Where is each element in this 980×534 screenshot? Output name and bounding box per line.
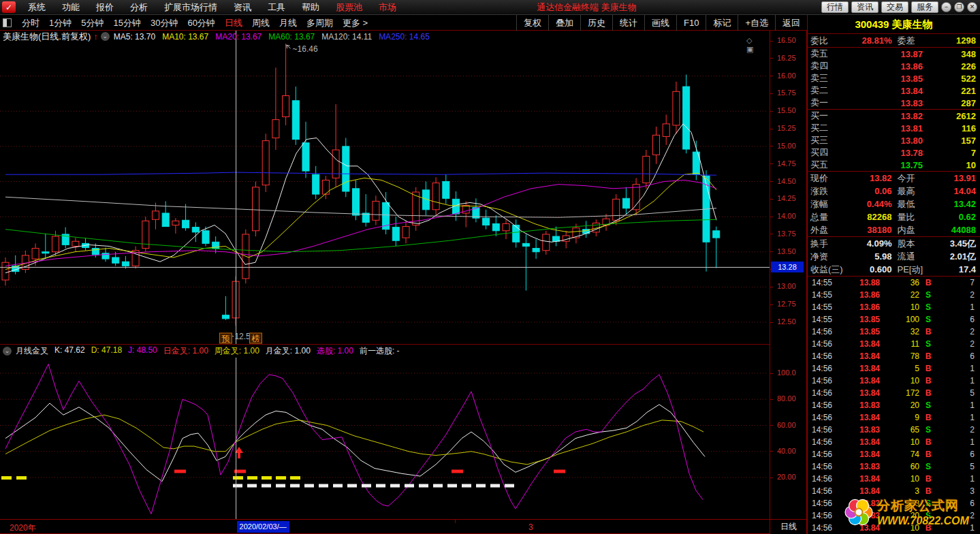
candle-body — [443, 182, 449, 199]
titlebar-button-资讯[interactable]: 资讯 — [851, 1, 879, 13]
period-tab-60分钟[interactable]: 60分钟 — [183, 15, 219, 31]
weekly-cross-dash — [490, 484, 500, 488]
menu-item-分析[interactable]: 分析 — [122, 0, 156, 15]
axis-tick-mark — [770, 163, 773, 164]
toolbar-action-F10[interactable]: F10 — [676, 15, 706, 31]
buy-level-row[interactable]: 买二 13.81 116 — [808, 122, 980, 134]
sell-level-row[interactable]: 卖二 13.84 221 — [808, 84, 980, 97]
toolbar-action-+自选[interactable]: +自选 — [738, 15, 775, 31]
quote-panel: 委比 28.81% 委差 1298卖五 13.87 348卖四 13.86 22… — [808, 34, 980, 277]
tick-direction: B — [919, 450, 937, 459]
period-tab-日线[interactable]: 日线 — [220, 15, 247, 31]
level-label: 买四 — [810, 146, 842, 159]
level-label: 买三 — [810, 134, 842, 146]
tick-time: 14:56 — [812, 388, 842, 398]
period-tab-更多 >[interactable]: 更多 > — [338, 15, 373, 31]
toolbar-action-统计[interactable]: 统计 — [612, 15, 644, 31]
sell-level-row[interactable]: 卖五 13.87 348 — [808, 48, 980, 60]
info-label: 涨幅 — [810, 198, 846, 210]
period-tab-多周期[interactable]: 多周期 — [302, 15, 338, 31]
monthly-cross-dash — [554, 470, 565, 473]
menu-item-功能[interactable]: 功能 — [54, 0, 88, 15]
toolbar-action-叠加[interactable]: 叠加 — [548, 15, 580, 31]
toolbar-action-画线[interactable]: 画线 — [644, 15, 676, 31]
period-tab-15分钟[interactable]: 15分钟 — [108, 15, 145, 31]
collapse-icon[interactable]: ⌄ — [101, 32, 110, 41]
toolbar-action-历史[interactable]: 历史 — [580, 15, 612, 31]
price-axis-label: 12.50 — [777, 317, 807, 326]
tick-count: 5 — [937, 462, 975, 471]
sell-level-row[interactable]: 卖四 13.86 226 — [808, 60, 980, 72]
candlestick-chart[interactable]: ~16.4612.53预榜 — [0, 31, 770, 344]
tick-price: 13.84 — [842, 339, 880, 349]
menu-item-帮助[interactable]: 帮助 — [294, 0, 328, 15]
candle-body — [32, 249, 39, 259]
menu-item-股票池[interactable]: 股票池 — [328, 0, 370, 15]
buy-level-row[interactable]: 买四 13.78 7 — [808, 146, 980, 159]
candle-body — [52, 236, 59, 252]
titlebar: ✓ 系统功能报价分析扩展市场行情资讯工具帮助股票池市场 通达信金融终端 美康生物… — [0, 0, 980, 15]
info-label: 总量 — [810, 211, 846, 223]
level-price: 13.84 — [842, 86, 923, 96]
flower-logo-icon — [843, 494, 874, 530]
candle-body — [533, 249, 539, 252]
restore-icon[interactable]: ❐ — [954, 2, 964, 12]
indicator-value: 月线金叉 — [16, 345, 48, 357]
axis-tick-mark — [770, 199, 773, 200]
stock-label: 美康生物(日线.前复权) — [3, 31, 91, 43]
sell-level-row[interactable]: 卖三 13.85 522 — [808, 72, 980, 84]
price-axis-label: 14.25 — [777, 194, 807, 202]
menu-item-扩展市场行情[interactable]: 扩展市场行情 — [156, 0, 225, 15]
titlebar-button-交易[interactable]: 交易 — [881, 1, 908, 13]
tick-volume: 36 — [880, 278, 919, 287]
period-tab-5分钟[interactable]: 5分钟 — [76, 15, 108, 31]
buy-level-row[interactable]: 买一 13.82 2612 — [808, 110, 980, 122]
buy-level-row[interactable]: 买五 13.75 10 — [808, 159, 980, 171]
pane-control-icons[interactable]: ◇ ▣ — [746, 36, 770, 54]
toolbar-action-标记[interactable]: 标记 — [706, 15, 738, 31]
split-pane-icon[interactable] — [3, 18, 12, 27]
weekly-cross-dash — [247, 484, 257, 488]
tick-time: 14:56 — [812, 339, 842, 349]
period-tab-30分钟[interactable]: 30分钟 — [146, 15, 183, 31]
weekly-cross-dash — [304, 484, 314, 488]
sell-level-row[interactable]: 卖一 13.83 287 — [808, 97, 980, 109]
price-axis-label: 13.75 — [777, 230, 807, 238]
candle-body — [283, 96, 289, 117]
menu-item-资讯[interactable]: 资讯 — [225, 0, 259, 15]
buy-level-row[interactable]: 买三 13.80 157 — [808, 134, 980, 146]
candle-body — [172, 221, 179, 225]
period-tab-月线[interactable]: 月线 — [274, 15, 302, 31]
info-label: 净资 — [810, 251, 846, 263]
info-row: 净资 5.98 流通 2.01亿 — [808, 250, 980, 263]
menu-item-工具[interactable]: 工具 — [259, 0, 294, 15]
ma-line-MA120 — [5, 197, 716, 217]
menu-item-系统[interactable]: 系统 — [20, 0, 54, 15]
minimize-icon[interactable]: − — [941, 2, 951, 12]
period-tab-分时[interactable]: 分时 — [17, 15, 44, 31]
candle-body — [522, 243, 529, 246]
menu-item-市场[interactable]: 市场 — [370, 0, 405, 15]
level-label: 买一 — [810, 110, 842, 122]
close-icon[interactable]: ✕ — [967, 2, 977, 12]
period-tab-周线[interactable]: 周线 — [247, 15, 274, 31]
level-qty: 348 — [923, 49, 976, 59]
price-axis-label: 16.50 — [777, 36, 807, 44]
toolbar-action-返回[interactable]: 返回 — [775, 15, 807, 31]
titlebar-button-行情[interactable]: 行情 — [821, 1, 849, 13]
price-axis-label: 13.50 — [777, 247, 807, 255]
titlebar-button-服务[interactable]: 服务 — [911, 1, 938, 13]
indicator-collapse-icon[interactable]: ⌄ — [3, 347, 12, 356]
level-qty: 157 — [923, 136, 976, 146]
tick-time: 14:55 — [812, 278, 842, 287]
info-value: 0.62 — [930, 212, 977, 222]
toolbar-action-复权[interactable]: 复权 — [516, 15, 548, 31]
menu-item-报价[interactable]: 报价 — [88, 0, 122, 15]
info-label: 现价 — [810, 172, 846, 185]
ma-line-MA250 — [5, 172, 716, 175]
period-indicator[interactable]: 日线 — [770, 519, 807, 533]
info-value: 17.4 — [930, 264, 977, 274]
kdj-indicator-chart[interactable] — [0, 358, 770, 519]
period-tab-1分钟[interactable]: 1分钟 — [44, 15, 76, 31]
titlebar-right-controls: 行情资讯交易服务−❐✕ — [821, 1, 977, 13]
